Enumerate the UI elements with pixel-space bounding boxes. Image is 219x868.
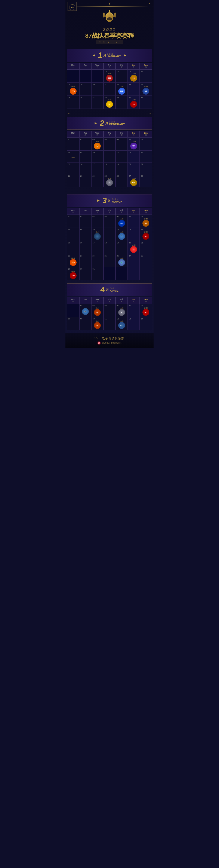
- mar-header-sat: Sat 六: [128, 208, 140, 215]
- january-section: ◄ 1 月 2 0 2 1 JANUARY ► Mon 一 Tue 二 Wed …: [67, 49, 152, 109]
- team-logo-15: 🐯: [130, 75, 137, 82]
- mar-25: 25: [104, 254, 116, 267]
- svg-text:电竞: 电竞: [71, 6, 74, 8]
- mar-16: 16: [79, 241, 92, 254]
- jan-year: 2 0 2 1: [107, 53, 113, 55]
- year-text: 2021: [68, 27, 151, 32]
- feb-header-fri: Fri 五: [115, 131, 128, 137]
- apr-row2: 08 09 10 16:00 JD 11 12: [67, 317, 152, 330]
- dragon-logo: 🐉: [118, 259, 125, 266]
- feb-03: 03 18:00 🐯: [91, 137, 104, 151]
- mar-year: 2 0 2 1: [112, 198, 118, 200]
- yi-logo: YI: [94, 233, 101, 240]
- apr-en: APRIL: [110, 289, 119, 292]
- mar-header-fri: Fri 五: [115, 208, 128, 215]
- edg-logo: EDG: [106, 75, 113, 82]
- fpx-logo: FPX: [70, 88, 77, 95]
- mar-12: 12 14:00 🎧: [115, 228, 128, 241]
- apr-cn: 月: [106, 288, 109, 291]
- jan-23: 23: [128, 83, 140, 96]
- mar-15: 15: [67, 241, 79, 254]
- feb-cn: 月: [105, 121, 108, 125]
- apr-year: 2 0 2 1: [110, 287, 116, 289]
- jan-info: 2 0 2 1 JANUARY: [107, 53, 121, 58]
- title-section: 2021 87战队春季赛赛程 GLORY·ELIVE: [66, 27, 153, 47]
- jan-cn: 月: [103, 54, 106, 57]
- feb-21: 21: [140, 162, 152, 174]
- apr-header-mon: Mon 一: [67, 297, 79, 304]
- february-header: ► 2 月 2 0 2 1 FEBRUARY: [67, 117, 152, 130]
- apr-09: 09: [79, 317, 92, 330]
- mar-14: 14 10:00 WE: [140, 228, 152, 241]
- feb-row1: 01 02 03 18:00 🐯 04 05: [67, 137, 152, 151]
- jaydream-logo: JD: [94, 322, 101, 329]
- mar-row4: 22 16:00 FPB 23 24 25 26: [67, 254, 152, 267]
- feb-22: 22: [67, 174, 79, 187]
- apr-14: 14: [140, 317, 152, 330]
- deco-line: [71, 6, 148, 7]
- mar-cal-header: Mon 一 Tue 二 Wed 三 Thu 四 Fri 五 Sat 六: [67, 208, 152, 215]
- feb-12: 12: [115, 151, 128, 162]
- jan-29: 29: [115, 96, 128, 109]
- mar-28: 28: [140, 254, 152, 267]
- mar-01: 01: [67, 215, 79, 228]
- apr-info: 2 0 2 1 APRIL: [110, 287, 119, 292]
- jan-15: 15 16:00 🐯: [128, 70, 140, 83]
- mar-empty3: [128, 267, 140, 280]
- header-mon: Mon 一: [67, 63, 79, 70]
- feb-header-mon: Mon 一: [67, 131, 79, 137]
- omd-logo: OMD: [118, 88, 125, 95]
- jan-arrow-left: ◄: [92, 53, 96, 58]
- jan-22: 22 16:00 OMD: [115, 83, 128, 96]
- feb-09: 09: [79, 151, 92, 162]
- mar-11: 11: [104, 228, 116, 241]
- mar-06: 06: [128, 215, 140, 228]
- mar-19: 19: [115, 241, 128, 254]
- mech-logo: ⚔: [118, 309, 125, 316]
- wc-logo: WC: [142, 309, 149, 316]
- feb-27: 27 16:00 RYL: [128, 174, 140, 187]
- mar-08: 08: [67, 228, 79, 241]
- march-section: ► 3 月 2 0 2 1 MARCH Mon 一 Tue 二 Wed 三: [67, 194, 152, 280]
- av2-logo: AV: [106, 179, 113, 186]
- jan-14: 14: [115, 70, 128, 83]
- mar-09: 09: [79, 228, 92, 241]
- april-section: 4 月 2 0 2 1 APRIL Mon 一 Tue 二 Wed 三 Thu: [67, 283, 152, 330]
- header-sat: Sat 六: [128, 63, 140, 70]
- mar-row1: 01 02 03 04 05 16:00 BLG: [67, 215, 152, 228]
- v5-logo-jan30: V5: [130, 101, 137, 108]
- mar-info: 2 0 2 1 MARCH: [112, 198, 122, 203]
- apr-05: 05 18:00 ⚔: [115, 304, 128, 317]
- plus-deco-tr: +: [149, 2, 150, 5]
- subtitle: GLORY·ELIVE: [96, 40, 123, 44]
- feb-16: 16: [79, 162, 92, 174]
- mar-04: 04: [104, 215, 116, 228]
- svg-rect-4: [109, 10, 110, 13]
- header-section: ▼ LDL 电竞 +: [66, 0, 153, 8]
- headphone-logo: 🎧: [118, 233, 125, 240]
- mar-03: 03: [91, 215, 104, 228]
- jan-16: 16: [140, 70, 152, 83]
- feb-26: 26: [115, 174, 128, 187]
- feb-25: 25 14:00 AV: [104, 174, 116, 187]
- jan-21: 21: [104, 83, 116, 96]
- apr-header-tue: Tue 二: [79, 297, 92, 304]
- footer-text: Vv丨电子竞技俱乐部: [69, 337, 150, 340]
- feb-01: 01: [67, 137, 79, 151]
- mar-21: 21: [140, 241, 152, 254]
- apr-header-sun: Sun 日: [140, 297, 152, 304]
- jan-row3: 25 26 27 28 10:00 AV 29 30: [67, 96, 152, 109]
- we-logo: WE: [142, 233, 149, 240]
- mar-header-sun: Sun 日: [140, 208, 152, 215]
- feb-row4: 22 23 24 25 14:00 AV 26: [67, 174, 152, 187]
- feb-en: FEBRUARY: [109, 123, 125, 126]
- jan-cal-header: Mon 一 Tue 二 Wed 三 Thu 四 Fri 五 Sat 六: [67, 63, 152, 70]
- apr-cal-header: Mon 一 Tue 二 Wed 三 Thu 四 Fri 五 Sat 六: [67, 297, 152, 304]
- apr-08: 08: [67, 317, 79, 330]
- march-header: ► 3 月 2 0 2 1 MARCH: [67, 194, 152, 207]
- nova-logo: NOV: [130, 143, 137, 150]
- apr-header-thu: Thu 四: [104, 297, 116, 304]
- mar-02: 02: [79, 215, 92, 228]
- mar-26: 26 18:00 🐉: [115, 254, 128, 267]
- ub-logo: UB: [142, 220, 149, 227]
